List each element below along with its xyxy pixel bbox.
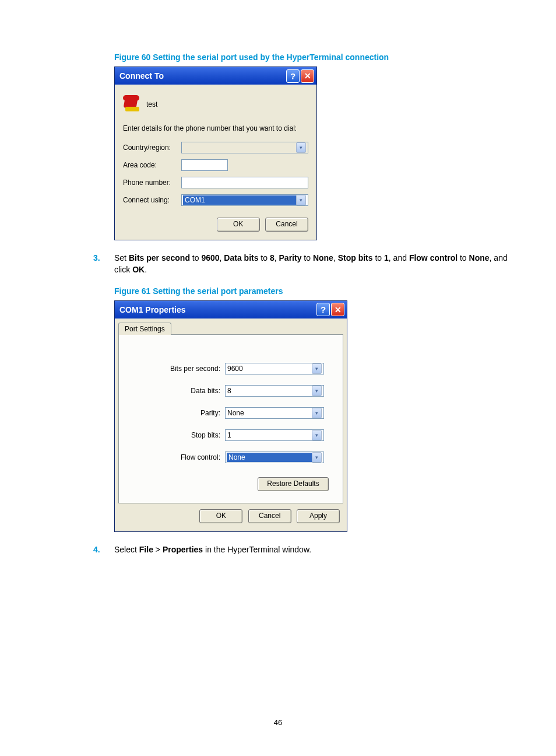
flow-combo[interactable]: None▾ bbox=[225, 452, 324, 463]
ok-button[interactable]: OK bbox=[217, 218, 260, 232]
connection-name: test bbox=[146, 100, 157, 108]
help-button[interactable]: ? bbox=[286, 69, 300, 83]
close-button[interactable]: ✕ bbox=[301, 69, 314, 83]
com1-properties-dialog: COM1 Properties ? ✕ Port Settings Bits p… bbox=[114, 300, 347, 532]
stopbits-combo[interactable]: 1▾ bbox=[225, 429, 324, 441]
phone-number-label: Phone number: bbox=[123, 178, 181, 187]
stopbits-label: Stop bits: bbox=[133, 431, 225, 439]
step-3-number: 3. bbox=[93, 252, 114, 276]
chevron-down-icon: ▾ bbox=[312, 452, 322, 463]
step-4: 4. Select File > Properties in the Hyper… bbox=[93, 544, 509, 555]
port-settings-pane: Bits per second: 9600▾ Data bits: 8▾ Par… bbox=[118, 334, 343, 503]
step-4-text: Select File > Properties in the HyperTer… bbox=[114, 544, 509, 555]
page-number: 46 bbox=[0, 718, 556, 727]
figure-61-caption: Figure 61 Setting the serial port parame… bbox=[114, 286, 509, 296]
country-combo[interactable]: ▾ bbox=[181, 142, 308, 153]
chevron-down-icon: ▾ bbox=[296, 195, 306, 205]
chevron-down-icon: ▾ bbox=[312, 408, 322, 418]
chevron-down-icon: ▾ bbox=[312, 363, 322, 374]
com1-title: COM1 Properties bbox=[119, 305, 315, 314]
country-label: Country/region: bbox=[123, 144, 181, 152]
connect-to-title: Connect To bbox=[119, 71, 285, 80]
port-settings-tab[interactable]: Port Settings bbox=[118, 323, 171, 335]
bps-label: Bits per second: bbox=[133, 365, 225, 373]
connect-to-titlebar: Connect To ? ✕ bbox=[115, 67, 316, 85]
chevron-down-icon: ▾ bbox=[296, 142, 306, 153]
ok-button[interactable]: OK bbox=[199, 509, 242, 523]
connect-to-instruction: Enter details for the phone number that … bbox=[123, 124, 308, 132]
figure-60-caption: Figure 60 Setting the serial port used b… bbox=[114, 52, 509, 62]
step-3: 3. Set Bits per second to 9600, Data bit… bbox=[93, 252, 509, 276]
connect-using-combo[interactable]: COM1 ▾ bbox=[181, 194, 308, 206]
databits-combo[interactable]: 8▾ bbox=[225, 385, 324, 397]
area-code-input[interactable] bbox=[181, 159, 228, 171]
area-code-label: Area code: bbox=[123, 161, 181, 169]
com1-titlebar: COM1 Properties ? ✕ bbox=[115, 301, 347, 318]
connect-using-label: Connect using: bbox=[123, 196, 181, 204]
step-3-text: Set Bits per second to 9600, Data bits t… bbox=[114, 252, 509, 276]
flow-label: Flow control: bbox=[133, 453, 225, 461]
step-4-number: 4. bbox=[93, 544, 114, 555]
bps-combo[interactable]: 9600▾ bbox=[225, 363, 324, 374]
chevron-down-icon: ▾ bbox=[312, 430, 322, 440]
connect-to-dialog: Connect To ? ✕ test Enter details for th… bbox=[114, 66, 317, 240]
close-button[interactable]: ✕ bbox=[331, 303, 344, 316]
chevron-down-icon: ▾ bbox=[312, 386, 322, 396]
cancel-button[interactable]: Cancel bbox=[265, 218, 308, 232]
restore-defaults-button[interactable]: Restore Defaults bbox=[258, 477, 329, 491]
help-button[interactable]: ? bbox=[316, 303, 330, 316]
parity-label: Parity: bbox=[133, 409, 225, 417]
phone-number-input[interactable] bbox=[181, 177, 308, 188]
cancel-button[interactable]: Cancel bbox=[248, 509, 291, 523]
databits-label: Data bits: bbox=[133, 387, 225, 395]
phone-icon bbox=[123, 95, 142, 114]
parity-combo[interactable]: None▾ bbox=[225, 407, 324, 419]
apply-button[interactable]: Apply bbox=[297, 509, 340, 523]
